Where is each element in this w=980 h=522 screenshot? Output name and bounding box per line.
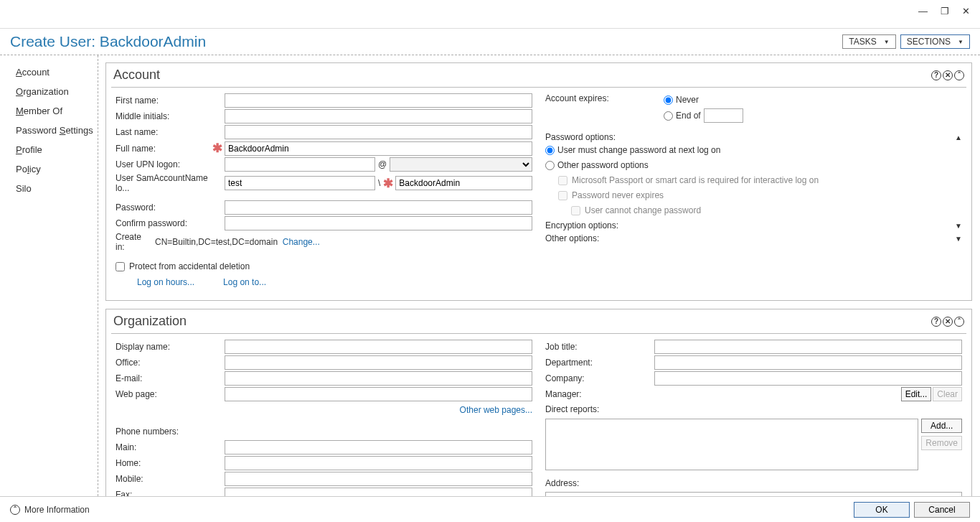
protect-checkbox[interactable]	[116, 262, 125, 271]
department-input[interactable]	[654, 355, 962, 370]
main-phone-label: Main:	[116, 442, 212, 452]
fax-label: Fax:	[116, 490, 212, 496]
office-label: Office:	[116, 358, 212, 368]
full-name-input[interactable]	[225, 141, 532, 156]
add-report-button[interactable]: Add...	[921, 419, 962, 433]
cannot-change-checkbox	[571, 206, 580, 215]
other-options-label: Other options:	[545, 233, 599, 243]
sidebar-item-member-of[interactable]: Member Of	[16, 101, 98, 121]
home-phone-input[interactable]	[225, 456, 532, 470]
upn-label: User UPN logon:	[116, 159, 212, 169]
slash-separator: \	[378, 178, 380, 188]
organization-section-title: Organization	[113, 314, 187, 329]
sam-name-input[interactable]	[395, 176, 532, 190]
account-section: Account ? ✕ ˆ First name: Middle initial…	[105, 62, 972, 301]
office-input[interactable]	[225, 355, 532, 370]
web-page-label: Web page:	[116, 389, 212, 399]
other-pw-radio[interactable]	[545, 161, 555, 170]
end-of-date-input[interactable]	[704, 108, 743, 123]
mobile-phone-label: Mobile:	[116, 474, 212, 484]
other-web-pages-link[interactable]: Other web pages...	[460, 405, 532, 415]
content-area[interactable]: Account ? ✕ ˆ First name: Middle initial…	[98, 55, 980, 496]
ok-button[interactable]: OK	[854, 502, 910, 518]
first-name-input[interactable]	[225, 93, 532, 108]
change-link[interactable]: Change...	[283, 237, 320, 247]
tasks-dropdown[interactable]: TASKS▼	[842, 34, 895, 49]
encryption-options-label: Encryption options:	[545, 220, 618, 230]
create-in-label: Create in:	[116, 232, 155, 252]
maximize-button[interactable]: ❐	[941, 6, 949, 17]
remove-report-button[interactable]: Remove	[921, 436, 962, 450]
sidebar-item-policy[interactable]: Policy	[16, 159, 98, 179]
help-icon[interactable]: ?	[931, 70, 941, 80]
required-icon: ✱	[383, 176, 392, 191]
sidebar-item-profile[interactable]: Profile	[16, 140, 98, 159]
main-phone-input[interactable]	[225, 440, 532, 455]
never-expires-checkbox	[558, 191, 567, 200]
confirm-password-input[interactable]	[225, 216, 532, 230]
edit-manager-button[interactable]: Edit...	[901, 387, 932, 401]
sidebar: Account Organization Member Of Password …	[0, 55, 98, 496]
sidebar-item-account[interactable]: Account	[16, 62, 98, 82]
display-name-label: Display name:	[116, 342, 212, 352]
chevron-down-icon: ▼	[884, 39, 890, 45]
email-input[interactable]	[225, 371, 532, 386]
home-phone-label: Home:	[116, 458, 212, 468]
smartcard-label: Microsoft Passport or smart card is requ…	[572, 175, 819, 185]
chevron-down-icon[interactable]: ▼	[955, 235, 962, 243]
never-radio[interactable]	[664, 95, 673, 105]
cancel-button[interactable]: Cancel	[914, 502, 970, 518]
middle-initials-label: Middle initials:	[116, 111, 212, 121]
company-label: Company:	[545, 373, 642, 383]
sam-label: User SamAccountName lo...	[116, 173, 212, 193]
chevron-down-icon[interactable]: ▼	[955, 222, 962, 230]
job-title-label: Job title:	[545, 342, 642, 352]
middle-initials-input[interactable]	[225, 109, 532, 123]
minimize-button[interactable]: —	[918, 6, 928, 17]
email-label: E-mail:	[116, 373, 212, 383]
smartcard-checkbox	[558, 176, 567, 185]
direct-reports-listbox[interactable]	[545, 419, 918, 470]
close-section-icon[interactable]: ✕	[943, 317, 953, 327]
other-pw-label: Other password options	[557, 160, 649, 170]
mobile-phone-input[interactable]	[225, 472, 532, 486]
close-button[interactable]: ✕	[962, 6, 970, 17]
logon-hours-link[interactable]: Log on hours...	[137, 277, 194, 287]
password-options-label: Password options:	[545, 132, 616, 142]
help-icon[interactable]: ?	[931, 317, 941, 327]
sections-dropdown[interactable]: SECTIONS▼	[900, 34, 970, 49]
sidebar-item-organization[interactable]: Organization	[16, 82, 98, 101]
clear-manager-button[interactable]: Clear	[933, 387, 962, 401]
sidebar-item-silo[interactable]: Silo	[16, 179, 98, 198]
full-name-label: Full name:	[116, 144, 212, 154]
job-title-input[interactable]	[654, 340, 962, 354]
sam-domain-input[interactable]	[225, 176, 375, 190]
fax-input[interactable]	[225, 488, 532, 496]
pw-change-next-radio[interactable]	[545, 146, 555, 155]
protect-label: Protect from accidental deletion	[129, 261, 250, 271]
account-expires-label: Account expires:	[545, 93, 664, 125]
upn-domain-select[interactable]	[390, 157, 532, 172]
close-section-icon[interactable]: ✕	[943, 70, 953, 80]
direct-reports-label: Direct reports:	[545, 403, 642, 414]
manager-label: Manager:	[545, 389, 642, 399]
logon-to-link[interactable]: Log on to...	[223, 277, 266, 287]
end-of-radio[interactable]	[664, 111, 673, 121]
sidebar-item-password-settings[interactable]: Password Settings	[16, 121, 98, 140]
first-name-label: First name:	[116, 95, 212, 106]
last-name-input[interactable]	[225, 125, 532, 139]
company-input[interactable]	[654, 371, 962, 386]
web-page-input[interactable]	[225, 387, 532, 401]
never-expires-label: Password never expires	[572, 190, 664, 200]
more-information-button[interactable]: ˆ More Information	[10, 505, 90, 515]
organization-section: Organization ? ✕ ˆ Display name: Office:…	[105, 309, 972, 496]
required-icon: ✱	[212, 141, 222, 156]
display-name-input[interactable]	[225, 340, 532, 354]
chevron-up-icon[interactable]: ▲	[955, 134, 962, 141]
collapse-section-icon[interactable]: ˆ	[954, 317, 964, 327]
window-controls: — ❐ ✕	[908, 0, 980, 22]
upn-local-input[interactable]	[225, 157, 375, 172]
collapse-section-icon[interactable]: ˆ	[954, 70, 964, 80]
password-input[interactable]	[225, 200, 532, 215]
chevron-up-icon: ˆ	[10, 505, 20, 515]
